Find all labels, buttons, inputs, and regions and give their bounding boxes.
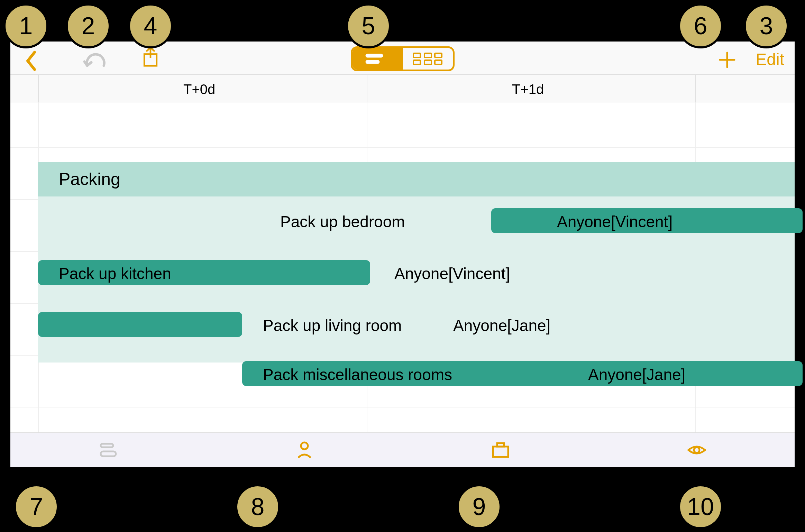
svg-point-14 xyxy=(301,442,308,449)
gantt-group-title: Packing xyxy=(59,169,120,189)
task-label: Pack up living room xyxy=(263,316,402,335)
svg-rect-9 xyxy=(435,60,442,64)
annotation-badge: 6 xyxy=(678,3,723,48)
task-row[interactable]: Pack up kitchen Anyone[Vincent] xyxy=(38,255,795,290)
task-assignee: Anyone[Vincent] xyxy=(557,212,673,231)
task-assignee: Anyone[Jane] xyxy=(453,316,550,335)
annotation-badge: 9 xyxy=(457,484,502,529)
gantt-group: Packing Pack up bedroom Anyone[Vincent] … xyxy=(38,162,795,363)
svg-rect-2 xyxy=(366,54,383,57)
annotation-badge: 5 xyxy=(346,3,391,48)
annotation-badge: 8 xyxy=(235,484,280,529)
task-assignee: Anyone[Jane] xyxy=(588,365,685,384)
svg-rect-3 xyxy=(366,60,379,64)
tab-briefcase[interactable] xyxy=(403,433,599,467)
svg-rect-15 xyxy=(493,447,508,457)
timeline-header: T+0d T+1d xyxy=(10,75,795,102)
task-label: Pack miscellaneous rooms xyxy=(263,365,452,384)
timeline-column-label: T+0d xyxy=(183,82,215,97)
view-mode-segmented[interactable] xyxy=(351,46,455,71)
segmented-list-view[interactable] xyxy=(353,48,403,70)
svg-rect-6 xyxy=(435,53,442,57)
task-label: Pack up kitchen xyxy=(59,264,171,283)
task-bar[interactable] xyxy=(38,312,242,337)
svg-rect-16 xyxy=(497,443,504,447)
back-button[interactable] xyxy=(24,51,38,73)
task-assignee: Anyone[Vincent] xyxy=(394,264,510,283)
top-toolbar: Edit xyxy=(10,42,795,75)
svg-rect-12 xyxy=(101,444,113,447)
svg-rect-13 xyxy=(101,451,116,456)
svg-rect-8 xyxy=(424,60,431,64)
annotation-badge: 2 xyxy=(66,3,111,48)
bottom-tab-bar xyxy=(10,432,795,467)
svg-rect-7 xyxy=(413,60,420,64)
add-button[interactable] xyxy=(719,51,736,70)
svg-rect-5 xyxy=(424,53,431,57)
tab-view[interactable] xyxy=(598,433,795,467)
share-button[interactable] xyxy=(142,46,159,68)
tab-people[interactable] xyxy=(207,433,403,467)
frame: Edit T+0d T+1d Packing xyxy=(0,0,805,532)
gantt-group-header[interactable]: Packing xyxy=(38,162,795,196)
svg-rect-4 xyxy=(413,53,420,57)
timeline-column-label: T+1d xyxy=(512,82,544,97)
annotation-badge: 10 xyxy=(678,484,723,529)
task-row[interactable]: Pack up living room Anyone[Jane] xyxy=(38,307,795,342)
annotation-badge: 3 xyxy=(744,3,789,48)
annotation-badge: 4 xyxy=(128,3,173,48)
annotation-badge: 7 xyxy=(14,484,59,529)
task-label: Pack up bedroom xyxy=(280,212,405,231)
gantt-body[interactable]: Packing Pack up bedroom Anyone[Vincent] … xyxy=(10,102,795,432)
edit-button[interactable]: Edit xyxy=(756,50,784,69)
task-row[interactable]: Pack up bedroom Anyone[Vincent] xyxy=(38,203,795,238)
svg-point-17 xyxy=(694,447,699,453)
tab-tasks[interactable] xyxy=(10,433,207,467)
app-window: Edit T+0d T+1d Packing xyxy=(10,42,795,467)
annotation-badge: 1 xyxy=(3,3,48,48)
segmented-tree-view[interactable] xyxy=(403,48,453,70)
task-row[interactable]: Pack miscellaneous rooms Anyone[Jane] xyxy=(38,359,795,390)
undo-button[interactable] xyxy=(83,52,107,71)
